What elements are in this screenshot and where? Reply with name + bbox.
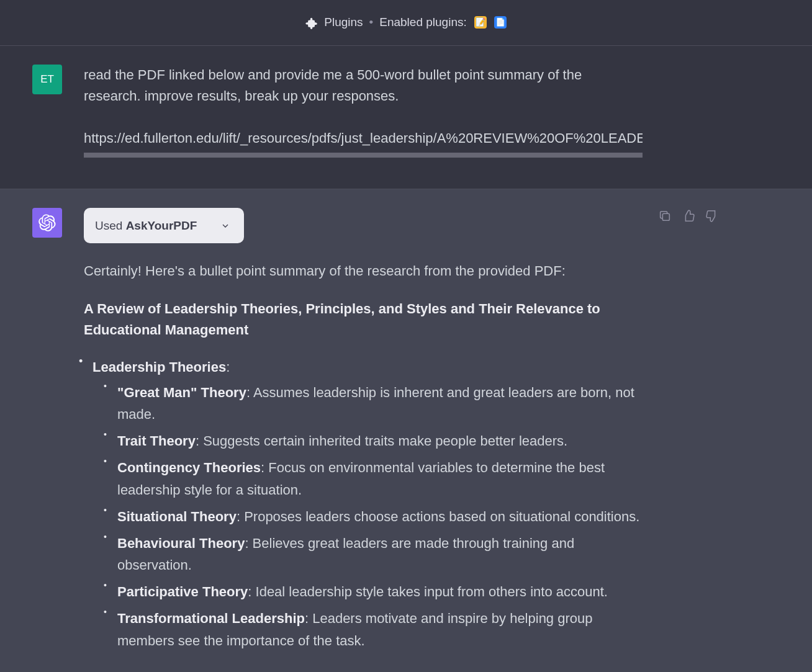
plugin-badge-notes[interactable]: 📝 (474, 16, 487, 29)
assistant-message-row: Used AskYourPDF Certainly! Here's a bull… (0, 189, 812, 672)
plugin-used-prefix: Used (95, 219, 126, 232)
plugin-badge-doc[interactable]: 📄 (494, 16, 507, 29)
message-actions (658, 209, 719, 223)
enabled-plugins-label: Enabled plugins: (379, 14, 467, 32)
user-message-text: read the PDF linked below and provide me… (84, 65, 643, 107)
plugin-used-chip[interactable]: Used AskYourPDF (84, 208, 244, 243)
thumbs-up-icon[interactable] (682, 209, 695, 223)
list-item: Trait Theory: Suggests certain inherited… (112, 430, 643, 452)
chevron-down-icon (220, 221, 230, 231)
user-avatar: ET (32, 65, 62, 94)
user-message-url[interactable]: https://ed.fullerton.edu/lift/_resources… (84, 128, 643, 158)
puzzle-icon (305, 14, 318, 32)
thumbs-down-icon[interactable] (705, 209, 719, 223)
svg-rect-0 (662, 213, 669, 220)
assistant-intro: Certainly! Here's a bullet point summary… (84, 261, 643, 282)
list-item: Participative Theory: Ideal leadership s… (112, 581, 643, 603)
plugins-label[interactable]: Plugins (324, 14, 363, 32)
list-item: Situational Theory: Proposes leaders cho… (112, 506, 643, 527)
plugins-header: Plugins • Enabled plugins: 📝 📄 (0, 0, 812, 46)
section-heading: Leadership Theories (92, 359, 226, 375)
list-item: Transformational Leadership: Leaders mot… (112, 607, 643, 651)
list-item: Behavioural Theory: Believes great leade… (112, 532, 643, 576)
list-item: "Great Man" Theory: Assumes leadership i… (112, 382, 643, 425)
copy-icon[interactable] (658, 209, 672, 223)
assistant-title: A Review of Leadership Theories, Princip… (84, 301, 600, 338)
assistant-avatar (32, 208, 62, 238)
plugin-used-name: AskYourPDF (126, 219, 197, 232)
section-leadership-theories: Leadership Theories: "Great Man" Theory:… (88, 357, 643, 652)
separator-dot: • (369, 14, 374, 32)
user-message-row: ET read the PDF linked below and provide… (0, 46, 812, 189)
list-item: Contingency Theories: Focus on environme… (112, 457, 643, 500)
